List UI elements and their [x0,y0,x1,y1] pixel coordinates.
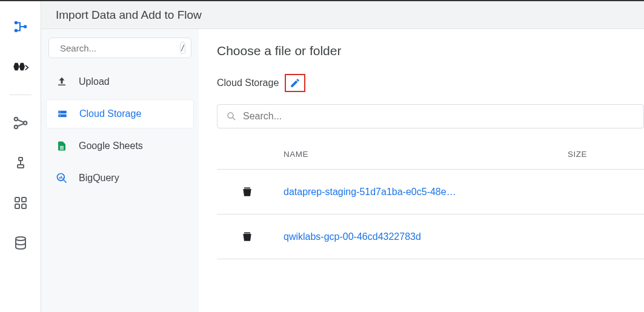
upload-icon [56,76,68,87]
dialog-title: Import Data and Add to Flow [56,8,202,22]
content-search[interactable] [217,104,644,128]
table-row[interactable]: qwiklabs-gcp-00-46cd4322783d [217,214,644,259]
bucket-icon [241,186,253,198]
table-row[interactable]: dataprep-staging-51d7a1ba-e0c5-48e… [217,170,644,214]
source-item-bigquery[interactable]: BigQuery [46,164,194,193]
svg-rect-8 [19,158,22,161]
breadcrumb: Cloud Storage [217,78,279,88]
hex-icon[interactable] [12,58,29,75]
svg-rect-17 [58,115,67,118]
content-heading: Choose a file or folder [217,44,644,58]
svg-point-19 [60,115,61,116]
search-shortcut-hint: / [180,42,185,54]
svg-marker-3 [13,63,19,70]
content-pane: Choose a file or folder Cloud Storage NA… [199,29,644,312]
bucket-icon [241,231,253,243]
pipeline-icon[interactable] [12,115,29,131]
source-item-label: Google Sheets [79,141,143,151]
source-item-google-sheets[interactable]: Google Sheets [46,132,194,160]
grid-icon[interactable] [12,194,29,211]
svg-rect-11 [22,197,26,202]
row-name[interactable]: dataprep-staging-51d7a1ba-e0c5-48e… [277,187,511,197]
dialog-header: Import Data and Add to Flow [41,1,644,29]
svg-point-14 [16,237,25,241]
svg-rect-12 [15,204,19,208]
svg-rect-16 [58,111,67,114]
row-name[interactable]: qwiklabs-gcp-00-46cd4322783d [277,231,511,242]
pencil-icon [290,78,300,88]
svg-rect-9 [18,165,24,168]
breadcrumb-row: Cloud Storage [217,74,644,92]
svg-point-21 [228,113,233,118]
svg-point-18 [60,111,61,113]
svg-marker-4 [19,63,24,70]
dialog-body: / Upload Cloud Storage [41,29,644,312]
column-header-size: SIZE [511,150,644,159]
stack-icon[interactable] [12,154,29,171]
flow-icon[interactable] [12,18,29,35]
source-item-cloud-storage[interactable]: Cloud Storage [46,99,194,128]
sheets-icon [56,141,68,151]
source-item-label: Upload [79,76,110,87]
column-header-name: NAME [277,150,511,159]
content-search-input[interactable] [243,111,635,122]
app-root: Import Data and Add to Flow / Upload [0,0,644,312]
main-column: Import Data and Add to Flow / Upload [41,1,644,312]
file-table: NAME SIZE dataprep-staging-51d7a1ba-e0c5… [217,139,644,259]
source-item-label: BigQuery [79,173,119,184]
rail-separator [10,95,32,95]
search-icon [226,111,237,122]
cloud-storage-icon [56,108,68,119]
source-item-upload[interactable]: Upload [46,68,194,96]
sidebar-search[interactable]: / [48,38,191,58]
source-sidebar: / Upload Cloud Storage [41,29,199,312]
svg-rect-13 [22,204,26,208]
svg-point-20 [58,174,65,181]
edit-path-button[interactable] [285,74,305,92]
source-item-label: Cloud Storage [79,108,141,119]
table-header: NAME SIZE [217,139,644,170]
svg-rect-10 [15,197,19,202]
database-icon[interactable] [12,234,29,251]
icon-rail [0,1,41,312]
sidebar-search-input[interactable] [60,43,175,53]
bigquery-icon [56,172,68,184]
